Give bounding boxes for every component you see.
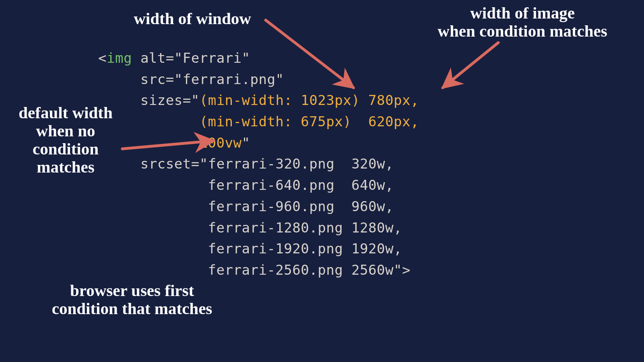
sizes-line-2: (min-width: 675px) 620px, bbox=[200, 113, 419, 130]
sizes-line-1: (min-width: 1023px) 780px, bbox=[200, 92, 419, 108]
code-block: <img alt="Ferrari" src="ferrari.png" siz… bbox=[98, 47, 419, 281]
attr-sizes: sizes bbox=[140, 92, 183, 108]
attr-alt: alt bbox=[140, 50, 166, 66]
srcset-5: ferrari-1920.png 1920w, bbox=[208, 241, 402, 257]
annotation-image-width: width of image when condition matches bbox=[426, 4, 619, 40]
src-value: ferrari.png bbox=[183, 71, 276, 87]
srcset-3: ferrari-960.png 960w, bbox=[208, 198, 394, 214]
sizes-line-3: 100vw bbox=[200, 135, 242, 151]
annotation-first-match: browser uses first condition that matche… bbox=[39, 282, 225, 318]
srcset-4: ferrari-1280.png 1280w, bbox=[208, 220, 402, 236]
diagram-stage: width of window width of image when cond… bbox=[0, 0, 644, 362]
srcset-2: ferrari-640.png 640w, bbox=[208, 177, 394, 193]
alt-value: Ferrari bbox=[183, 50, 242, 66]
srcset-1: ferrari-320.png 320w, bbox=[208, 156, 394, 172]
angle-close: > bbox=[402, 262, 411, 278]
attr-src: src bbox=[140, 71, 166, 87]
srcset-6: ferrari-2560.png 2560w bbox=[208, 262, 394, 278]
tag-img: img bbox=[107, 50, 132, 66]
arrow-image-width bbox=[443, 43, 498, 88]
attr-srcset: srcset bbox=[140, 156, 191, 172]
annotation-window-width: width of window bbox=[120, 10, 265, 28]
angle-open: < bbox=[98, 50, 107, 66]
